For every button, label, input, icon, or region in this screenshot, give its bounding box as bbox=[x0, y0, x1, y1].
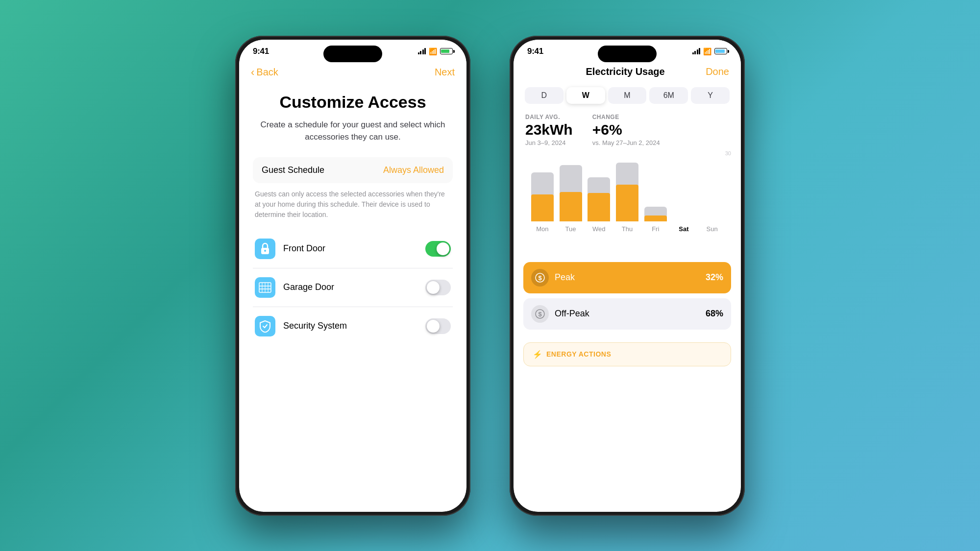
offpeak-icon: $ bbox=[531, 305, 549, 323]
chart-label-tue: Tue bbox=[565, 225, 576, 233]
guest-schedule-card[interactable]: Guest Schedule Always Allowed bbox=[253, 157, 453, 183]
main-content-1: Customize Access Create a schedule for y… bbox=[239, 83, 466, 512]
chart-col-thu: Thu bbox=[613, 163, 641, 233]
electricity-title: Electricity Usage bbox=[586, 66, 664, 77]
legend-section: $ Peak 32% $ O bbox=[514, 258, 741, 338]
battery-icon-1 bbox=[440, 48, 453, 54]
chart-area: 30 Mon bbox=[514, 150, 741, 258]
change-value: +6% bbox=[592, 121, 660, 138]
chart-label-fri: Fri bbox=[652, 225, 659, 233]
status-icons-1: 📶 bbox=[418, 48, 453, 55]
period-tabs: D W M 6M Y bbox=[514, 83, 741, 108]
svg-point-1 bbox=[264, 250, 266, 252]
offpeak-label: Off-Peak bbox=[555, 309, 706, 319]
svg-text:$: $ bbox=[538, 274, 542, 282]
page-subtitle: Create a schedule for your guest and sel… bbox=[253, 119, 453, 144]
accessory-row-security-system: Security System bbox=[253, 307, 453, 345]
accessory-name-garage-door: Garage Door bbox=[283, 282, 425, 292]
chart-col-sat: Sat bbox=[670, 221, 698, 233]
tab-d[interactable]: D bbox=[525, 87, 564, 104]
daily-avg-label: DAILY AVG. bbox=[525, 114, 573, 120]
guest-schedule-row: Guest Schedule Always Allowed bbox=[262, 165, 444, 175]
change-label: CHANGE bbox=[592, 114, 660, 120]
tab-m[interactable]: M bbox=[608, 87, 647, 104]
accessory-name-security-system: Security System bbox=[283, 321, 425, 331]
chart-col-tue: Tue bbox=[557, 165, 585, 233]
energy-actions-label: ENERGY ACTIONS bbox=[546, 350, 611, 358]
peak-percentage: 32% bbox=[706, 272, 723, 283]
chart-grid-label: 30 bbox=[725, 150, 731, 156]
status-icons-2: 📶 bbox=[692, 48, 728, 55]
offpeak-percentage: 68% bbox=[706, 309, 723, 319]
schedule-description: Guests can only access the selected acce… bbox=[253, 189, 453, 220]
accessory-row-front-door: Front Door bbox=[253, 230, 453, 268]
toggle-security-system[interactable] bbox=[425, 318, 451, 334]
toggle-garage-door[interactable] bbox=[425, 280, 451, 295]
peak-icon: $ bbox=[531, 269, 549, 287]
chart-bars: Mon Tue bbox=[523, 154, 731, 233]
dynamic-island-1 bbox=[323, 46, 382, 62]
status-time-2: 9:41 bbox=[527, 47, 543, 56]
change-block: CHANGE +6% vs. May 27–Jun 2, 2024 bbox=[592, 114, 660, 146]
energy-actions-banner[interactable]: ⚡ ENERGY ACTIONS bbox=[523, 342, 731, 366]
battery-icon-2 bbox=[714, 48, 727, 54]
daily-avg-block: DAILY AVG. 23kWh Jun 3–9, 2024 bbox=[525, 114, 573, 146]
guest-schedule-label: Guest Schedule bbox=[262, 165, 324, 175]
peak-label: Peak bbox=[555, 272, 706, 283]
signal-icon-2 bbox=[692, 48, 701, 54]
status-time-1: 9:41 bbox=[253, 47, 269, 56]
accessory-name-front-door: Front Door bbox=[283, 243, 425, 254]
garage-icon bbox=[255, 277, 275, 298]
chart-label-thu: Thu bbox=[622, 225, 633, 233]
back-button[interactable]: ‹ Back bbox=[251, 66, 278, 79]
tab-6m[interactable]: 6M bbox=[649, 87, 688, 104]
chart-label-sat: Sat bbox=[679, 225, 688, 233]
tab-w[interactable]: W bbox=[566, 87, 605, 104]
wifi-icon-2: 📶 bbox=[703, 48, 711, 55]
guest-schedule-value: Always Allowed bbox=[383, 165, 444, 175]
tab-y[interactable]: Y bbox=[691, 87, 730, 104]
daily-avg-date: Jun 3–9, 2024 bbox=[525, 139, 573, 146]
change-date: vs. May 27–Jun 2, 2024 bbox=[592, 139, 660, 146]
chart-col-sun: Sun bbox=[698, 221, 726, 233]
toggle-front-door[interactable] bbox=[425, 241, 451, 257]
phone-2: 9:41 📶 bbox=[510, 36, 745, 516]
chevron-left-icon: ‹ bbox=[251, 66, 254, 79]
stats-section: DAILY AVG. 23kWh Jun 3–9, 2024 CHANGE +6… bbox=[514, 108, 741, 150]
accessories-list: Front Door bbox=[253, 230, 453, 345]
done-button[interactable]: Done bbox=[706, 66, 729, 77]
dynamic-island-2 bbox=[598, 46, 657, 62]
chart-label-mon: Mon bbox=[536, 225, 548, 233]
chart-col-fri: Fri bbox=[641, 207, 670, 233]
phone-1: 9:41 📶 bbox=[235, 36, 470, 516]
back-label: Back bbox=[256, 67, 278, 78]
electricity-header: . Electricity Usage Done bbox=[514, 60, 741, 83]
chart-col-wed: Wed bbox=[585, 177, 613, 233]
lock-icon bbox=[255, 239, 275, 259]
next-button[interactable]: Next bbox=[435, 67, 455, 78]
wifi-icon-1: 📶 bbox=[429, 48, 437, 55]
svg-text:$: $ bbox=[538, 311, 542, 318]
chart-col-mon: Mon bbox=[528, 172, 557, 233]
legend-peak: $ Peak 32% bbox=[523, 262, 731, 293]
accessory-row-garage-door: Garage Door bbox=[253, 268, 453, 307]
chart-label-wed: Wed bbox=[592, 225, 606, 233]
bolt-icon: ⚡ bbox=[533, 350, 542, 359]
signal-icon-1 bbox=[418, 48, 426, 54]
legend-offpeak: $ Off-Peak 68% bbox=[523, 298, 731, 330]
chart-label-sun: Sun bbox=[707, 225, 718, 233]
security-icon bbox=[255, 316, 275, 336]
daily-avg-value: 23kWh bbox=[525, 121, 573, 138]
nav-bar-1: ‹ Back Next bbox=[239, 60, 466, 83]
page-title: Customize Access bbox=[253, 93, 453, 112]
